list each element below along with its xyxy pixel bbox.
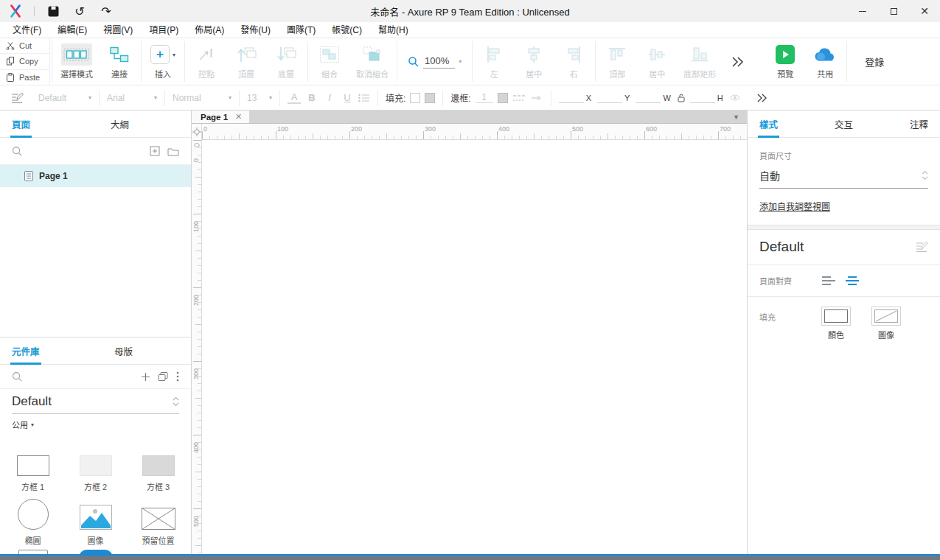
tab-interactions[interactable]: 交互 [835, 117, 853, 131]
widget-image[interactable]: 圖像 [64, 494, 127, 548]
page-name: Page 1 [39, 171, 68, 181]
search-icon [12, 146, 23, 157]
page-style-name: Default [759, 239, 804, 255]
share-button[interactable]: 共用 [805, 38, 845, 85]
align-middle-button: 居中 [637, 38, 677, 85]
list-bullets-icon [358, 94, 370, 102]
italic-button: I [323, 92, 336, 103]
connect-button[interactable]: 連接 [100, 38, 139, 85]
h-field[interactable] [690, 93, 715, 103]
lock-ratio-icon[interactable] [677, 93, 686, 102]
font-weight-dropdown[interactable]: Normal▾ [165, 85, 239, 110]
minimize-button[interactable] [847, 0, 878, 22]
bold-button: B [305, 92, 318, 103]
font-family-dropdown[interactable]: Arial▾ [100, 85, 164, 110]
align-center-icon [524, 45, 543, 64]
menu-project[interactable]: 項目(P) [141, 22, 187, 38]
align-middle-icon [647, 45, 666, 64]
sign-in-button[interactable]: 登錄 [849, 38, 900, 85]
page-tree: Page 1 [0, 165, 191, 337]
duplicate-icon[interactable] [158, 372, 169, 382]
tab-notes[interactable]: 注釋 [910, 117, 928, 131]
font-size-dropdown[interactable]: 13▾ [240, 85, 279, 110]
x-field[interactable] [559, 93, 584, 103]
paste-button[interactable]: Paste [0, 70, 49, 85]
library-dropdown[interactable]: Default [12, 389, 179, 414]
edit-style-icon[interactable] [915, 241, 928, 253]
horizontal-ruler[interactable]: 0 100 200 300 400 500 600 700 [202, 124, 747, 140]
section-collapse-caret-icon: ▾ [31, 421, 34, 428]
add-library-icon[interactable] [141, 372, 150, 382]
widget-primary-button-partial[interactable] [64, 550, 127, 554]
fill-color-option[interactable]: 顏色 [821, 307, 851, 340]
close-button[interactable]: ✕ [909, 0, 940, 22]
menu-view[interactable]: 視圖(V) [95, 22, 141, 38]
zoom-control[interactable]: 100% ▾ [399, 38, 470, 85]
border-color-swatch[interactable] [498, 93, 508, 103]
fill-color-swatch[interactable] [410, 93, 420, 103]
box1-shape-icon [17, 455, 49, 476]
menu-publish[interactable]: 發佈(U) [232, 22, 279, 38]
fill-shadow-swatch[interactable] [425, 93, 435, 103]
close-tab-icon[interactable]: ✕ [235, 112, 242, 122]
tab-list-caret-icon[interactable]: ▼ [733, 111, 747, 123]
menu-team[interactable]: 團隊(T) [279, 22, 324, 38]
tab-libraries[interactable]: 元件庫 [12, 344, 40, 358]
copy-button[interactable]: Copy [0, 54, 49, 69]
zoom-caret-icon: ▾ [459, 58, 462, 65]
more-options-icon[interactable] [176, 371, 179, 382]
ruler-origin-control[interactable] [192, 124, 202, 140]
canvas-tab-page1[interactable]: Page 1 ✕ [192, 111, 249, 123]
insert-button[interactable]: +▾ 插入 [143, 38, 183, 85]
undo-button[interactable]: ↺ [72, 3, 88, 19]
preview-button[interactable]: 預覽 [765, 38, 805, 85]
zoom-value[interactable]: 100% [423, 55, 455, 69]
widget-grid: 方框 1 方框 2 方框 3 橢圓 [0, 435, 191, 554]
group-icon [319, 46, 340, 63]
tab-style[interactable]: 樣式 [759, 117, 778, 131]
border-width-field[interactable]: 1 [476, 92, 493, 103]
select-mode-button[interactable]: 選擇模式 [54, 38, 100, 85]
toolbar-overflow-button[interactable] [723, 38, 752, 85]
stylebar-overflow-button[interactable] [748, 85, 776, 110]
page-tree-item-selected[interactable]: Page 1 [0, 165, 191, 187]
fill-image-option[interactable]: 圖像 [871, 307, 901, 340]
titlebar-separator [34, 6, 35, 16]
design-canvas[interactable] [202, 140, 747, 554]
menu-arrange[interactable]: 佈局(A) [187, 22, 232, 38]
menu-account[interactable]: 帳號(C) [324, 22, 370, 38]
maximize-button[interactable] [878, 0, 909, 22]
menu-edit[interactable]: 編輯(E) [49, 22, 95, 38]
canvas-tab-bar: Page 1 ✕ ▼ [192, 111, 747, 124]
add-page-icon[interactable] [150, 146, 160, 156]
widget-placeholder[interactable]: 預留位置 [127, 494, 189, 548]
redo-button[interactable]: ↷ [98, 3, 114, 19]
add-adaptive-view-link[interactable]: 添加自我調整視圖 [759, 200, 830, 212]
library-section-common[interactable]: 公用 ▾ [0, 414, 191, 435]
widget-style-dropdown[interactable]: Default▾ [31, 85, 99, 110]
axure-logo-icon [7, 3, 24, 19]
align-bottom-button: 底部矩形 [677, 38, 723, 85]
y-field[interactable] [597, 93, 622, 103]
w-field[interactable] [636, 93, 661, 103]
widget-box2[interactable]: 方框 2 [64, 441, 127, 494]
widget-box1[interactable]: 方框 1 [1, 441, 64, 494]
widget-ellipse[interactable]: 橢圓 [1, 494, 64, 548]
cut-button[interactable]: Cut [0, 38, 49, 54]
tab-masters[interactable]: 母版 [114, 344, 133, 358]
add-folder-icon[interactable] [167, 147, 179, 156]
tab-outline[interactable]: 大綱 [111, 117, 129, 131]
page-align-left-icon[interactable] [821, 276, 836, 286]
menu-file[interactable]: 文件(F) [4, 22, 49, 38]
page-align-center-icon[interactable] [845, 276, 860, 286]
insert-caret-icon[interactable]: ▾ [173, 52, 175, 58]
widget-button-partial[interactable] [1, 550, 64, 554]
tab-pages[interactable]: 頁面 [12, 117, 30, 131]
widget-box3[interactable]: 方框 3 [127, 441, 189, 494]
page-size-dropdown[interactable]: 自動 [759, 161, 928, 189]
save-button[interactable] [45, 3, 61, 19]
menu-help[interactable]: 幫助(H) [370, 22, 417, 38]
box3-shape-icon [142, 455, 175, 476]
vertical-ruler[interactable]: 0 100 200 300 400 500 [192, 140, 202, 554]
point-mode-button: 控點 [187, 38, 226, 85]
